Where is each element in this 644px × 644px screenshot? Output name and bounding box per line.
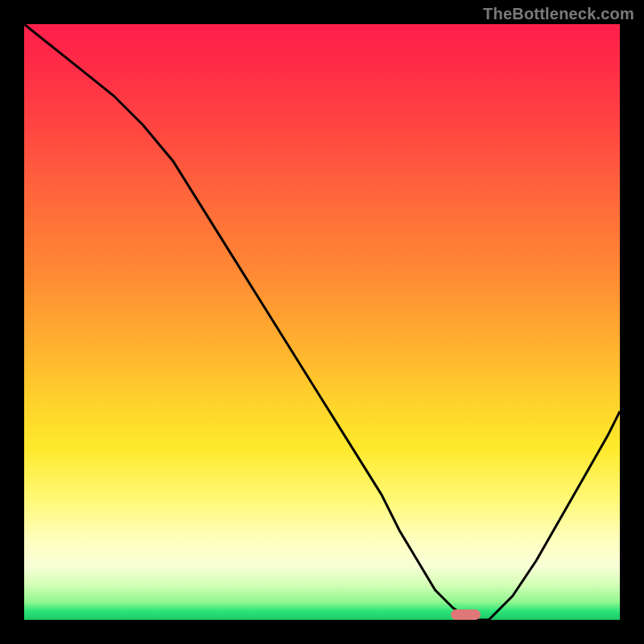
- gradient-plot-area: [24, 24, 620, 620]
- watermark-text: TheBottleneck.com: [483, 5, 634, 23]
- chart-frame: TheBottleneck.com: [0, 0, 644, 644]
- minimum-marker: [451, 609, 481, 620]
